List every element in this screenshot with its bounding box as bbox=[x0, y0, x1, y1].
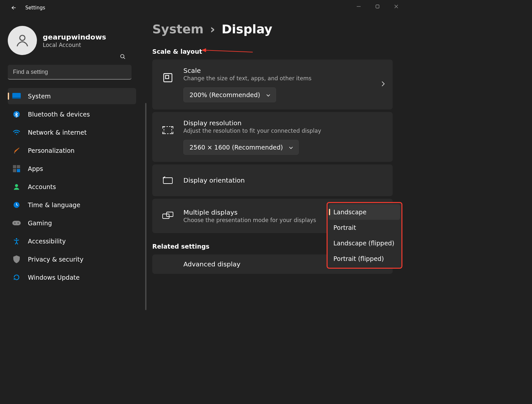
search-wrap bbox=[0, 59, 139, 83]
card-orientation[interactable]: Display orientation bbox=[152, 164, 393, 196]
sidebar-item-bluetooth[interactable]: Bluetooth & devices bbox=[8, 106, 136, 122]
sidebar-item-label: Accounts bbox=[28, 183, 56, 190]
multiple-displays-icon bbox=[161, 209, 174, 222]
sidebar-item-accounts[interactable]: Accounts bbox=[8, 179, 136, 195]
sidebar-item-gaming[interactable]: Gaming bbox=[8, 215, 136, 231]
svg-point-20 bbox=[16, 238, 17, 240]
nav: System Bluetooth & devices Network & int… bbox=[0, 88, 139, 286]
card-sub: Change the size of text, apps, and other… bbox=[183, 75, 384, 82]
svg-rect-24 bbox=[166, 75, 169, 79]
back-button[interactable] bbox=[6, 1, 19, 14]
svg-rect-1 bbox=[376, 5, 379, 8]
svg-marker-22 bbox=[202, 48, 206, 52]
card-body: Multiple displays Choose the presentatio… bbox=[183, 208, 316, 223]
svg-rect-17 bbox=[12, 221, 21, 225]
apps-icon bbox=[12, 164, 21, 173]
body: gearupwindows Local Account System bbox=[0, 16, 406, 304]
update-icon bbox=[12, 273, 21, 282]
card-resolution[interactable]: Display resolution Adjust the resolution… bbox=[152, 112, 393, 162]
orientation-option-landscape-flipped[interactable]: Landscape (flipped) bbox=[329, 235, 400, 251]
resolution-select[interactable]: 2560 × 1600 (Recommended) bbox=[183, 140, 299, 155]
card-sub: Adjust the resolution to fit your connec… bbox=[183, 128, 384, 134]
window-title: Settings bbox=[25, 5, 45, 11]
search-input[interactable] bbox=[8, 65, 132, 80]
svg-point-18 bbox=[14, 222, 16, 224]
chevron-right-icon bbox=[381, 81, 385, 88]
main-content: System › Display Scale & layout Scale Ch… bbox=[139, 16, 406, 304]
sidebar-item-label: Windows Update bbox=[28, 274, 80, 281]
accounts-icon bbox=[12, 183, 21, 191]
svg-rect-13 bbox=[13, 169, 16, 172]
resolution-icon bbox=[161, 124, 174, 137]
card-body: Scale Change the size of text, apps, and… bbox=[183, 67, 384, 102]
sidebar-item-label: Bluetooth & devices bbox=[28, 111, 90, 118]
account-block[interactable]: gearupwindows Local Account bbox=[0, 22, 139, 59]
svg-point-19 bbox=[17, 222, 19, 224]
sidebar-item-apps[interactable]: Apps bbox=[8, 161, 136, 177]
sidebar-item-label: Accessibility bbox=[28, 238, 66, 245]
sidebar-item-personalization[interactable]: Personalization bbox=[8, 142, 136, 159]
svg-point-10 bbox=[16, 134, 17, 135]
orientation-icon bbox=[161, 174, 174, 187]
clock-icon bbox=[12, 201, 21, 209]
sidebar-item-accessibility[interactable]: Accessibility bbox=[8, 233, 136, 249]
card-body: Display resolution Adjust the resolution… bbox=[183, 119, 384, 155]
orientation-option-portrait-flipped[interactable]: Portrait (flipped) bbox=[329, 251, 400, 266]
svg-rect-27 bbox=[167, 212, 173, 217]
shield-icon bbox=[12, 255, 21, 264]
sidebar-item-system[interactable]: System bbox=[8, 88, 136, 104]
card-title: Multiple displays bbox=[183, 208, 316, 216]
sidebar-item-label: Privacy & security bbox=[28, 256, 84, 263]
settings-window: Settings gearupwindows Local Account bbox=[0, 0, 406, 304]
card-title: Scale bbox=[183, 67, 384, 74]
sidebar-item-label: Personalization bbox=[28, 147, 75, 154]
orientation-option-portrait[interactable]: Portrait bbox=[329, 220, 400, 235]
svg-rect-23 bbox=[164, 73, 172, 82]
maximize-button[interactable] bbox=[368, 0, 387, 13]
chevron-down-icon bbox=[266, 91, 271, 98]
avatar bbox=[8, 26, 37, 55]
close-button[interactable] bbox=[387, 0, 406, 13]
svg-rect-25 bbox=[163, 178, 172, 184]
brush-icon bbox=[12, 146, 21, 155]
orientation-option-landscape[interactable]: Landscape bbox=[329, 204, 400, 220]
sidebar-item-label: Gaming bbox=[28, 219, 52, 227]
minimize-button[interactable] bbox=[349, 0, 368, 13]
card-scale[interactable]: Scale Change the size of text, apps, and… bbox=[152, 60, 393, 109]
window-controls bbox=[349, 0, 406, 13]
sidebar-item-privacy[interactable]: Privacy & security bbox=[8, 251, 136, 267]
svg-rect-14 bbox=[17, 169, 20, 172]
card-sub: Choose the presentation mode for your di… bbox=[183, 217, 316, 223]
breadcrumb-current: Display bbox=[222, 22, 272, 36]
svg-rect-11 bbox=[13, 165, 16, 168]
card-title: Display resolution bbox=[183, 119, 384, 127]
card-title: Advanced display bbox=[183, 260, 240, 268]
wifi-icon bbox=[12, 128, 21, 137]
annotation-arrow bbox=[201, 47, 256, 55]
account-type: Local Account bbox=[43, 42, 106, 48]
breadcrumb-sep: › bbox=[210, 22, 215, 36]
chevron-down-icon bbox=[289, 144, 293, 151]
orientation-dropdown: Landscape Portrait Landscape (flipped) P… bbox=[327, 202, 402, 269]
svg-rect-12 bbox=[17, 165, 20, 168]
section-scale-layout-title: Scale & layout bbox=[152, 48, 393, 55]
account-name: gearupwindows bbox=[43, 33, 106, 41]
sidebar-item-update[interactable]: Windows Update bbox=[8, 269, 136, 286]
card-title: Display orientation bbox=[183, 176, 245, 184]
svg-rect-8 bbox=[12, 97, 21, 99]
scale-select[interactable]: 200% (Recommended) bbox=[183, 87, 276, 102]
accessibility-icon bbox=[12, 237, 21, 245]
svg-rect-26 bbox=[163, 214, 169, 219]
breadcrumb-parent[interactable]: System bbox=[152, 22, 203, 36]
resolution-value: 2560 × 1600 (Recommended) bbox=[190, 144, 283, 151]
svg-point-15 bbox=[15, 184, 18, 187]
gaming-icon bbox=[12, 219, 21, 227]
sidebar-item-network[interactable]: Network & internet bbox=[8, 124, 136, 140]
account-text: gearupwindows Local Account bbox=[43, 33, 106, 48]
scale-icon bbox=[161, 71, 174, 84]
sidebar-item-time[interactable]: Time & language bbox=[8, 197, 136, 213]
sidebar: gearupwindows Local Account System bbox=[0, 16, 139, 304]
sidebar-item-label: Time & language bbox=[28, 201, 80, 208]
sidebar-item-label: Network & internet bbox=[28, 129, 87, 136]
svg-point-4 bbox=[20, 35, 25, 40]
